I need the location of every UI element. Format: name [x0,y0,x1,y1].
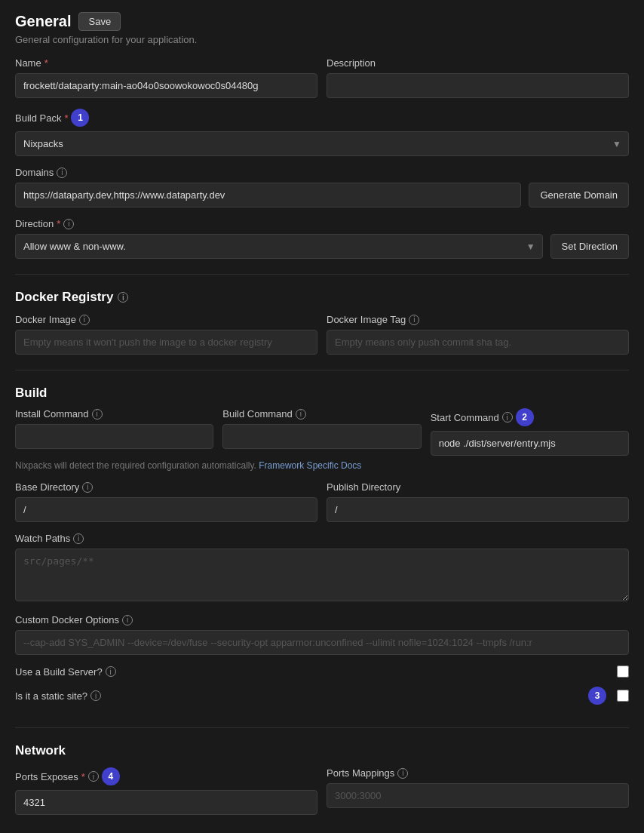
network-title: Network [15,743,629,758]
ports-exposes-badge: 4 [102,767,120,785]
save-button[interactable]: Save [78,12,121,31]
base-directory-label: Base Directory i [15,481,317,493]
domains-label: Domains i [15,167,629,178]
build-command-info-icon[interactable]: i [296,409,306,420]
use-build-server-info-icon[interactable]: i [106,666,116,677]
custom-docker-info-icon[interactable]: i [122,615,133,626]
docker-image-label: Docker Image i [15,314,317,325]
direction-required: * [57,218,60,229]
is-static-row: Is it a static site? i 3 [15,687,629,705]
direction-select[interactable]: Allow www & non-www. Redirect www to non… [15,234,543,259]
description-label: Description [327,57,629,69]
docker-tag-label: Docker Image Tag i [327,314,629,325]
start-command-input[interactable] [431,431,629,456]
is-static-info-icon[interactable]: i [90,690,101,701]
is-static-badge: 3 [588,687,606,705]
ports-exposes-input[interactable] [15,790,317,815]
start-command-badge: 2 [516,408,534,426]
docker-tag-input[interactable] [327,330,629,355]
ports-exposes-info-icon[interactable]: i [88,771,99,782]
ports-mappings-input[interactable] [327,783,629,808]
buildpack-badge: 1 [71,109,89,127]
framework-docs-link[interactable]: Framework Specific Docs [259,460,361,471]
docker-registry-info-icon[interactable]: i [118,292,128,303]
build-command-label: Build Command i [222,408,421,420]
watch-paths-label: Watch Paths i [15,533,629,544]
is-static-checkbox[interactable] [617,690,629,702]
docker-registry-title: Docker Registry i [15,290,629,305]
install-command-label: Install Command i [15,408,213,420]
page-subtitle: General configuration for your applicati… [15,34,629,45]
buildpack-label: Build Pack * 1 [15,109,629,127]
start-command-label: Start Command i 2 [431,408,629,426]
build-hint: Nixpacks will detect the required config… [15,460,629,471]
use-build-server-row: Use a Build Server? i [15,665,629,678]
buildpack-required: * [64,112,68,124]
install-command-info-icon[interactable]: i [92,409,103,420]
docker-tag-info-icon[interactable]: i [409,315,419,325]
direction-info-icon[interactable]: i [63,219,74,229]
page-title: General [15,13,71,30]
base-directory-info-icon[interactable]: i [82,482,93,493]
custom-docker-input[interactable] [15,630,629,655]
name-required: * [44,57,48,69]
build-command-input[interactable] [222,424,421,449]
is-static-label: Is it a static site? i [15,690,582,702]
ports-mappings-info-icon[interactable]: i [397,768,408,779]
domains-input[interactable] [15,183,521,207]
use-build-server-label: Use a Build Server? i [15,666,611,678]
watch-paths-textarea[interactable] [15,549,629,601]
description-input[interactable] [327,73,629,98]
start-command-info-icon[interactable]: i [502,412,513,423]
watch-paths-info-icon[interactable]: i [73,533,84,544]
install-command-input[interactable] [15,424,213,449]
ports-exposes-required: * [81,771,85,782]
domains-info-icon[interactable]: i [57,168,67,178]
use-build-server-checkbox[interactable] [617,665,629,678]
set-direction-button[interactable]: Set Direction [550,234,629,259]
docker-image-info-icon[interactable]: i [79,315,90,325]
name-input[interactable] [15,73,317,98]
ports-exposes-label: Ports Exposes * i 4 [15,767,317,785]
base-directory-input[interactable] [15,497,317,522]
direction-label: Direction * i [15,218,629,229]
custom-docker-label: Custom Docker Options i [15,614,629,626]
publish-directory-input[interactable] [327,497,629,522]
generate-domain-button[interactable]: Generate Domain [529,183,629,207]
build-title: Build [15,386,629,401]
name-label: Name * [15,57,317,69]
ports-mappings-label: Ports Mappings i [327,767,629,779]
docker-image-input[interactable] [15,330,317,355]
buildpack-select[interactable]: Nixpacks Docker Heroku [15,131,629,156]
publish-directory-label: Publish Directory [327,481,629,493]
